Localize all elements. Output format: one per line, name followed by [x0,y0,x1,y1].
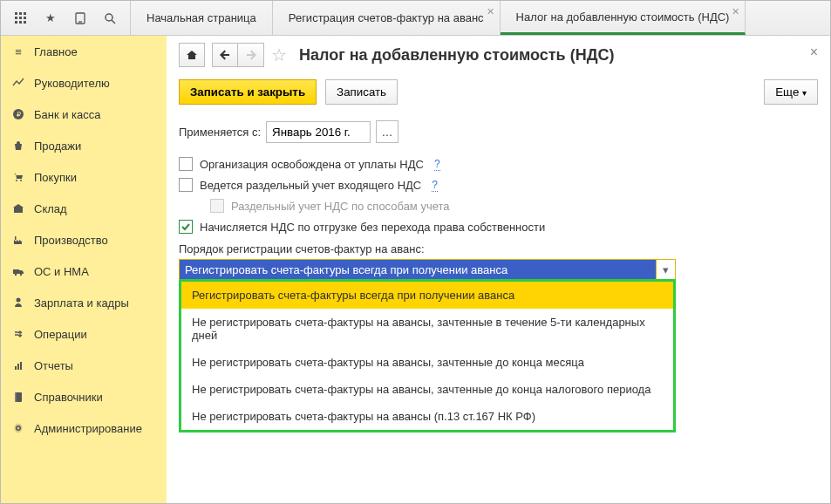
help-icon[interactable]: ? [434,158,440,171]
sidebar-item-label: Руководителю [34,77,110,90]
sidebar-item-manufacturing[interactable]: Производство [1,224,167,255]
svg-rect-16 [14,208,23,213]
svg-rect-2 [24,12,26,15]
svg-point-15 [20,180,22,181]
sidebar-item-admin[interactable]: Администрирование [1,412,167,444]
search-icon[interactable] [99,7,121,30]
checkbox-shipment-row[interactable]: Начисляется НДС по отгрузке без перехода… [179,220,818,234]
svg-text:₽: ₽ [17,111,21,119]
sidebar-item-label: Главное [34,45,78,58]
svg-rect-23 [15,366,17,370]
sidebar-item-purchases[interactable]: Покупки [1,161,167,193]
chevron-down-icon: ▾ [802,88,807,98]
ruble-icon: ₽ [11,108,25,120]
more-button[interactable]: Еще ▾ [764,79,818,105]
sidebar-item-label: Справочники [34,391,103,404]
sidebar-item-label: Зарплата и кадры [34,296,129,310]
save-and-close-button[interactable]: Записать и закрыть [179,79,317,105]
dropdown-option[interactable]: Не регистрировать счета-фактуры на аванс… [181,309,673,349]
sidebar-item-manager[interactable]: Руководителю [1,67,167,99]
tab-label: Регистрация счетов-фактур на аванс [289,11,484,24]
home-button[interactable] [179,43,205,67]
svg-marker-17 [13,204,24,208]
sidebar-item-label: Производство [34,234,108,247]
checkbox-list: Организация освобождена от уплаты НДС ? … [179,157,818,234]
person-icon [11,296,25,309]
dropdown-value: Регистрировать счета-фактуры всегда при … [180,260,656,279]
sidebar-item-assets[interactable]: ОС и НМА [1,255,167,287]
svg-rect-26 [15,392,17,402]
svg-point-21 [20,274,22,276]
sidebar-item-label: Банк и касса [34,108,101,121]
book-icon [11,391,25,403]
sidebar-item-label: Отчеты [34,359,73,372]
apps-icon[interactable] [10,7,32,30]
applies-from-select-button[interactable]: … [376,120,398,143]
svg-rect-1 [19,12,22,15]
applies-from-row: Применяется с: … [179,120,818,143]
advance-invoice-order-label: Порядок регистрации счетов-фактур на ава… [179,242,818,255]
checkbox-shipment[interactable] [179,220,193,234]
content: × ☆ Налог на добавленную стоимость (НДС)… [167,36,830,503]
dropdown-option[interactable]: Не регистрировать счета-фактуры на аванс… [181,349,673,376]
advance-invoice-order-dropdown[interactable]: Регистрировать счета-фактуры всегда при … [179,259,676,280]
sidebar-item-directories[interactable]: Справочники [1,381,167,412]
factory-icon [11,234,25,246]
bag-icon [11,140,25,152]
menu-icon: ≡ [11,45,25,58]
sidebar-item-label: Операции [34,328,87,341]
titlebar-tools: ★ [1,1,131,35]
svg-rect-8 [24,21,26,24]
chevron-down-icon[interactable]: ▾ [656,260,675,279]
sidebar-item-reports[interactable]: Отчеты [1,350,167,381]
sidebar-item-bank[interactable]: ₽Банк и касса [1,99,167,130]
checkbox-separate-sub [210,199,224,213]
checkbox-exempt[interactable] [179,157,193,171]
svg-rect-7 [19,21,22,24]
svg-rect-18 [15,236,17,240]
svg-point-20 [15,274,17,276]
favorite-star-icon[interactable]: ☆ [271,44,287,65]
tab-home[interactable]: Начальная страница [131,1,273,35]
form-toolbar: Записать и закрыть Записать Еще ▾ [179,79,818,105]
svg-point-22 [17,298,21,303]
page-close-icon[interactable]: × [810,44,818,60]
save-button[interactable]: Записать [325,79,398,105]
sidebar-item-sales[interactable]: Продажи [1,130,167,161]
checkbox-shipment-label: Начисляется НДС по отгрузке без перехода… [200,221,545,234]
svg-rect-3 [15,17,17,19]
sidebar-item-warehouse[interactable]: Склад [1,193,167,224]
svg-rect-24 [17,364,19,370]
titlebar: ★ Начальная страница Регистрация счетов-… [1,1,830,36]
dropdown-option[interactable]: Не регистрировать счета-фактуры на аванс… [181,403,673,430]
checkbox-separate-sub-label: Раздельный учет НДС по способам учета [231,200,450,213]
sidebar-item-label: Продажи [34,140,81,153]
back-button[interactable] [212,43,238,67]
help-icon[interactable]: ? [432,179,438,192]
applies-from-input[interactable] [266,121,371,143]
svg-rect-6 [15,21,17,24]
svg-line-11 [112,20,115,24]
checkbox-separate-row[interactable]: Ведется раздельный учет входящего НДС ? [179,178,818,192]
dropdown-option[interactable]: Регистрировать счета-фактуры всегда при … [181,282,673,309]
truck-icon [11,265,25,277]
sidebar-item-main[interactable]: ≡Главное [1,36,167,67]
checkbox-separate[interactable] [179,178,193,192]
cart-icon [11,171,25,183]
sidebar-item-label: Склад [34,202,67,215]
checkbox-exempt-row[interactable]: Организация освобождена от уплаты НДС ? [179,157,818,171]
chart-icon [11,77,25,89]
nav-segmented [212,43,264,67]
dropdown-option[interactable]: Не регистрировать счета-фактуры на аванс… [181,376,673,403]
close-icon[interactable]: ✕ [732,6,739,17]
sidebar-item-operations[interactable]: Операции [1,318,167,350]
more-label: Еще [775,85,799,99]
sidebar-item-payroll[interactable]: Зарплата и кадры [1,287,167,318]
history-icon[interactable] [69,7,92,30]
tab-vat[interactable]: Налог на добавленную стоимость (НДС) ✕ [501,1,746,35]
star-icon[interactable]: ★ [39,7,62,30]
close-icon[interactable]: ✕ [487,6,494,17]
forward-button[interactable] [238,43,264,67]
tab-invoice-registration[interactable]: Регистрация счетов-фактур на аванс ✕ [273,1,501,35]
sidebar-item-label: Покупки [34,171,77,184]
